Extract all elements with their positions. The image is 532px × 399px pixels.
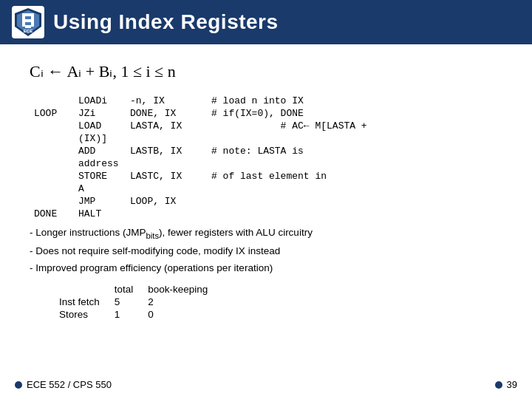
code-label	[30, 183, 74, 195]
bullet-text: - Longer instructions (JMPbits), fewer r…	[30, 225, 313, 243]
bullet-item-3: - Improved program efficiency (operation…	[30, 260, 502, 277]
code-label	[30, 145, 74, 157]
code-comment	[207, 132, 502, 145]
code-comment	[207, 183, 502, 195]
code-label	[30, 95, 74, 107]
bullet-text: - Does not require self-modifying code, …	[30, 243, 280, 260]
code-operand	[126, 157, 207, 170]
footer-left: ECE 552 / CPS 550	[15, 379, 112, 390]
bullet-text: - Improved program efficiency (operation…	[30, 260, 273, 277]
code-operand	[126, 183, 207, 195]
code-instr: STORE	[74, 170, 126, 183]
svg-rect-5	[25, 25, 31, 28]
code-instr: ADD	[74, 145, 126, 157]
efficiency-row-label: Inst fetch	[59, 296, 115, 308]
code-label	[30, 195, 74, 208]
footer-bullet-icon	[15, 381, 22, 389]
svg-rect-6	[22, 13, 25, 27]
code-operand: LASTC, IX	[126, 170, 207, 183]
code-row: STORE LASTC, IX # of last element in	[30, 170, 502, 183]
code-row: JMP LOOP, IX	[30, 195, 502, 208]
code-operand: LASTA, IX	[126, 120, 207, 132]
code-row: address	[30, 157, 502, 170]
col-header-label	[59, 283, 115, 296]
page-title: Using Index Registers	[53, 10, 279, 34]
efficiency-row-instfetch: Inst fetch 5 2	[59, 296, 222, 308]
code-row: ADD LASTB, IX # note: LASTA is	[30, 145, 502, 157]
svg-rect-4	[25, 19, 31, 22]
code-label	[30, 132, 74, 145]
code-instr: LOADi	[74, 95, 126, 107]
code-operand: LASTB, IX	[126, 145, 207, 157]
efficiency-row-label: Stores	[59, 308, 115, 321]
code-operand: LOOP, IX	[126, 195, 207, 208]
formula: Cᵢ ← Aᵢ + Bᵢ, 1 ≤ i ≤ n	[30, 62, 502, 81]
code-instr: JZi	[74, 107, 126, 120]
header: ECE Using Index Registers	[0, 0, 532, 44]
code-comment: # if(IX=0), DONE	[207, 107, 502, 120]
code-label: DONE	[30, 208, 74, 220]
code-instr: LOAD	[74, 120, 126, 132]
code-comment: # note: LASTA is	[207, 145, 502, 157]
bullet-item-2: - Does not require self-modifying code, …	[30, 243, 502, 260]
efficiency-total: 5	[115, 296, 149, 308]
svg-rect-7	[31, 13, 34, 27]
efficiency-row-stores: Stores 1 0	[59, 308, 222, 321]
code-row: LOOP JZi DONE, IX # if(IX=0), DONE	[30, 107, 502, 120]
code-instr: JMP	[74, 195, 126, 208]
code-row: (IX)]	[30, 132, 502, 145]
code-row: LOADi -n, IX # load n into IX	[30, 95, 502, 107]
code-instr: address	[74, 157, 126, 170]
content-area: Cᵢ ← Aᵢ + Bᵢ, 1 ≤ i ≤ n LOADi -n, IX # l…	[0, 44, 532, 332]
bullet-item-1: - Longer instructions (JMPbits), fewer r…	[30, 225, 502, 243]
code-comment	[207, 195, 502, 208]
logo-icon: ECE	[12, 6, 44, 38]
code-label	[30, 170, 74, 183]
code-comment: # of last element in	[207, 170, 502, 183]
footer-page-bullet-icon	[495, 381, 502, 389]
code-row: DONE HALT	[30, 208, 502, 220]
efficiency-table: total book-keeping Inst fetch 5 2 Stores…	[59, 283, 502, 321]
footer: ECE 552 / CPS 550 39	[0, 379, 532, 390]
efficiency-header-row: total book-keeping	[59, 283, 222, 296]
svg-text:ECE: ECE	[24, 29, 33, 33]
footer-course-label: ECE 552 / CPS 550	[27, 379, 112, 390]
col-header-bookkeeping: book-keeping	[148, 283, 222, 296]
code-operand	[126, 208, 207, 220]
code-label: LOOP	[30, 107, 74, 120]
code-row: LOAD LASTA, IX # AC← M[LASTA +	[30, 120, 502, 132]
code-instr: (IX)]	[74, 132, 126, 145]
code-label	[30, 157, 74, 170]
footer-right: 39	[495, 379, 517, 390]
code-instr: A	[74, 183, 126, 195]
code-block: LOADi -n, IX # load n into IX LOOP JZi D…	[30, 95, 502, 220]
code-operand: DONE, IX	[126, 107, 207, 120]
efficiency-total: 1	[115, 308, 149, 321]
efficiency-bookkeeping: 2	[148, 296, 222, 308]
code-operand: -n, IX	[126, 95, 207, 107]
code-comment	[207, 208, 502, 220]
code-comment: # load n into IX	[207, 95, 502, 107]
code-operand	[126, 132, 207, 145]
page-number: 39	[507, 379, 517, 390]
col-header-total: total	[115, 283, 149, 296]
code-label	[30, 120, 74, 132]
efficiency-bookkeeping: 0	[148, 308, 222, 321]
code-comment	[207, 157, 502, 170]
bullet-list: - Longer instructions (JMPbits), fewer r…	[30, 225, 502, 277]
efficiency-data: total book-keeping Inst fetch 5 2 Stores…	[59, 283, 222, 321]
code-row: A	[30, 183, 502, 195]
svg-rect-3	[25, 13, 31, 16]
code-instr: HALT	[74, 208, 126, 220]
code-comment: # AC← M[LASTA +	[207, 120, 502, 132]
